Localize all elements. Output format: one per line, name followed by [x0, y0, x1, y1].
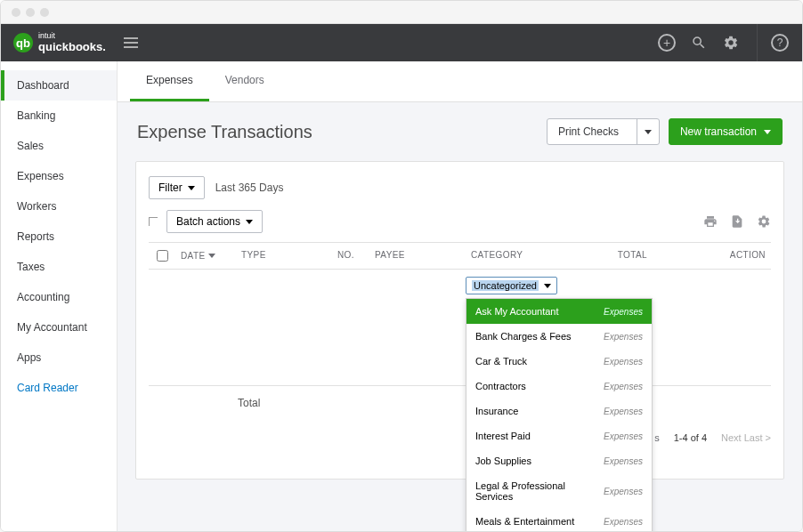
filter-range-label: Last 365 Days: [215, 181, 284, 194]
category-dropdown: Ask My AccountantExpensesBank Charges & …: [466, 298, 653, 532]
main-tabs: ExpensesVendors: [118, 61, 802, 102]
chevron-down-icon: [246, 220, 253, 224]
page-header: Expense Transactions Print Checks New tr…: [118, 102, 802, 161]
total-row: Total: [149, 385, 771, 420]
tab-vendors[interactable]: Vendors: [209, 61, 280, 101]
pager-range: 1-4 of 4: [674, 432, 707, 443]
pager-next[interactable]: Next Last >: [721, 432, 771, 443]
top-bar: qb intuit quickbooks. + ?: [1, 24, 802, 61]
pager: s 1-4 of 4 Next Last >: [149, 420, 771, 443]
select-corner: [149, 217, 158, 226]
col-type[interactable]: TYPE: [236, 250, 332, 262]
category-option[interactable]: Car & TruckExpenses: [466, 349, 652, 374]
table-body: Uncategorized Ask My AccountantExpensesB…: [149, 270, 771, 385]
category-option[interactable]: Bank Charges & FeesExpenses: [466, 324, 652, 349]
sidebar-item-workers[interactable]: Workers: [1, 191, 117, 222]
filter-button[interactable]: Filter: [149, 176, 205, 199]
category-select[interactable]: Uncategorized: [466, 277, 557, 294]
sidebar-item-reports[interactable]: Reports: [1, 222, 117, 252]
traffic-light-close[interactable]: [12, 8, 20, 17]
gear-icon[interactable]: [721, 33, 741, 52]
category-option[interactable]: Job SuppliesExpenses: [466, 448, 652, 473]
hamburger-icon[interactable]: [124, 37, 138, 48]
col-total[interactable]: TOTAL: [581, 250, 653, 262]
col-no[interactable]: NO.: [332, 250, 369, 262]
sidebar-item-my-accountant[interactable]: My Accountant: [1, 312, 117, 343]
select-all-checkbox[interactable]: [157, 250, 168, 262]
transactions-card: Filter Last 365 Days Batch actions: [135, 161, 784, 480]
category-option[interactable]: ContractorsExpenses: [466, 374, 652, 399]
print-checks-caret[interactable]: [637, 119, 659, 144]
print-icon[interactable]: [703, 214, 718, 229]
chevron-down-icon: [764, 130, 771, 134]
logo-mark: qb: [13, 33, 33, 52]
traffic-light-max[interactable]: [40, 8, 49, 17]
traffic-light-min[interactable]: [26, 8, 35, 17]
category-option[interactable]: InsuranceExpenses: [466, 399, 652, 423]
export-icon[interactable]: [730, 214, 744, 229]
main-content: ExpensesVendors Expense Transactions Pri…: [118, 61, 802, 532]
logo-text: intuit quickbooks.: [38, 32, 106, 53]
sidebar-item-dashboard[interactable]: Dashboard: [1, 70, 117, 101]
help-icon[interactable]: ?: [770, 33, 790, 52]
category-option[interactable]: Meals & EntertainmentExpenses: [466, 509, 652, 532]
tab-expenses[interactable]: Expenses: [130, 61, 209, 101]
sidebar-item-taxes[interactable]: Taxes: [1, 252, 117, 282]
sidebar-item-accounting[interactable]: Accounting: [1, 282, 117, 312]
sidebar-item-card-reader[interactable]: Card Reader: [1, 373, 117, 403]
divider: [757, 24, 758, 61]
batch-actions-button[interactable]: Batch actions: [166, 210, 263, 233]
col-date[interactable]: DATE: [175, 250, 236, 262]
app-logo[interactable]: qb intuit quickbooks.: [13, 32, 106, 53]
chevron-down-icon: [188, 186, 195, 190]
sidebar-item-sales[interactable]: Sales: [1, 131, 117, 161]
pager-prefix: s: [654, 432, 660, 443]
category-option[interactable]: Interest PaidExpenses: [466, 423, 652, 448]
table-header: DATE TYPE NO. PAYEE CATEGORY TOTAL ACTIO…: [149, 242, 771, 270]
sidebar: DashboardBankingSalesExpensesWorkersRepo…: [1, 61, 118, 532]
col-action[interactable]: ACTION: [653, 250, 771, 262]
col-category[interactable]: CATEGORY: [466, 250, 581, 262]
sidebar-item-apps[interactable]: Apps: [1, 343, 117, 373]
new-transaction-button[interactable]: New transaction: [669, 118, 783, 145]
sort-caret-icon: [208, 254, 215, 258]
settings-gear-icon[interactable]: [757, 214, 771, 229]
sidebar-item-expenses[interactable]: Expenses: [1, 161, 117, 191]
sidebar-item-banking[interactable]: Banking: [1, 101, 117, 131]
create-new-icon[interactable]: +: [657, 33, 677, 52]
search-icon[interactable]: [689, 33, 709, 52]
page-title: Expense Transactions: [137, 122, 312, 142]
category-option[interactable]: Ask My AccountantExpenses: [466, 299, 652, 324]
category-option[interactable]: Legal & Professional ServicesExpenses: [466, 473, 652, 509]
col-payee[interactable]: PAYEE: [369, 250, 466, 262]
window-titlebar: [1, 1, 802, 24]
chevron-down-icon: [544, 284, 551, 288]
print-checks-button[interactable]: Print Checks: [547, 118, 660, 145]
